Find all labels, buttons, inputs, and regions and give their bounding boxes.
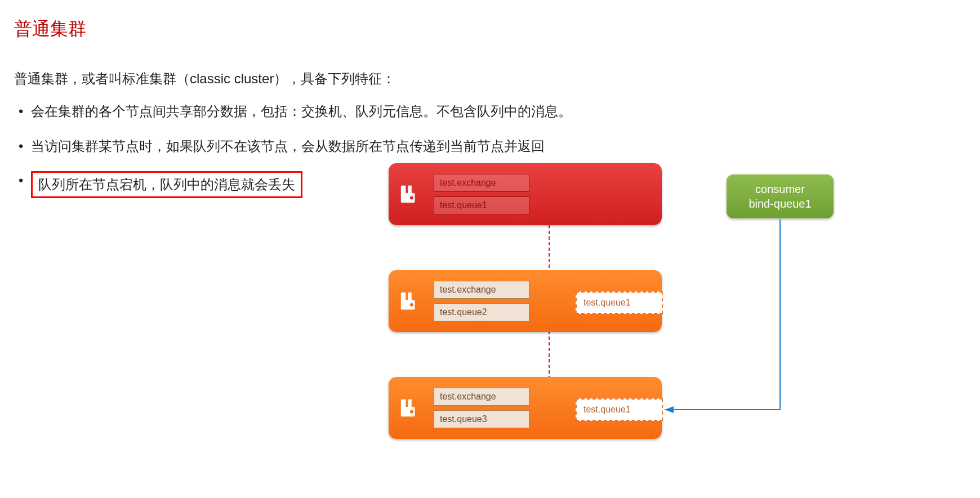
node2-queue: test.queue2 [434,303,529,321]
node1-exchange: test.exchange [434,174,529,192]
intro-text: 普通集群，或者叫标准集群（classic cluster），具备下列特征： [14,70,966,88]
node2-ghost-queue: test.queue1 [576,291,663,314]
node3-ghost-queue: test.queue1 [576,398,663,421]
rabbitmq-icon [399,183,420,205]
svg-point-0 [410,196,413,200]
feature-item-2: 当访问集群某节点时，如果队列不在该节点，会从数据所在节点传递到当前节点并返回 [14,137,966,156]
svg-point-1 [410,303,413,307]
node3-queue: test.queue3 [434,410,529,428]
rabbitmq-icon [399,290,420,312]
rabbitmq-icon [399,397,420,419]
node2-exchange: test.exchange [434,281,529,299]
cluster-diagram: test.exchange test.queue1 test.exchange … [389,163,963,478]
consumer-line2: bind-queue1 [749,196,811,211]
consumer-box: consumer bind-queue1 [727,174,834,218]
node3-exchange: test.exchange [434,388,529,406]
node1-queue: test.queue1 [434,196,529,214]
page-title: 普通集群 [14,17,966,42]
svg-point-2 [410,410,413,414]
cluster-node-1: test.exchange test.queue1 [389,163,662,225]
feature-item-1: 会在集群的各个节点间共享部分数据，包括：交换机、队列元信息。不包含队列中的消息。 [14,102,966,121]
consumer-line1: consumer [755,182,805,196]
